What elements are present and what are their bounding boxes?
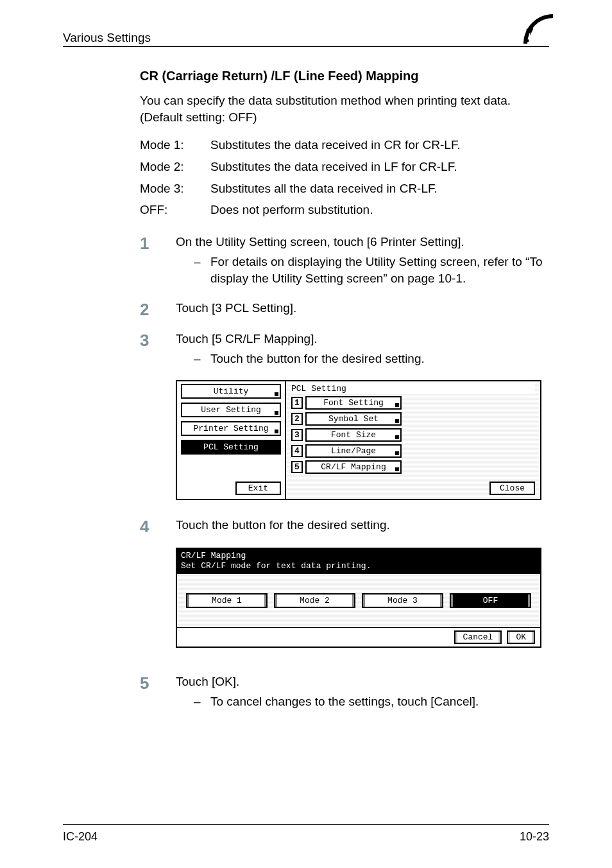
crlf-mapping-button[interactable]: CR/LF Mapping [305, 460, 402, 474]
panel2-subtitle: Set CR/LF mode for text data printing. [181, 561, 536, 571]
footer-model: IC-204 [63, 830, 98, 844]
step-1: 1 On the Utility Setting screen, touch [… [140, 234, 549, 287]
step-subtext: Touch the button for the desired setting… [210, 351, 549, 367]
page-footer: IC-204 10-23 [63, 824, 549, 844]
step-4: 4 Touch the button for the desired setti… [140, 517, 549, 535]
close-button[interactable]: Close [489, 482, 535, 495]
off-button-selected[interactable]: OFF [450, 593, 531, 608]
breadcrumb-pcl-setting-selected[interactable]: PCL Setting [181, 440, 281, 455]
font-size-button[interactable]: Font Size [305, 428, 402, 442]
step-5: 5 Touch [OK]. – To cancel changes to the… [140, 673, 549, 710]
option-number: 5 [291, 461, 303, 473]
bullet-dash: – [194, 351, 210, 367]
footer-page-number: 10-23 [520, 830, 549, 844]
option-number: 4 [291, 445, 303, 457]
option-number: 2 [291, 413, 303, 425]
breadcrumb-utility[interactable]: Utility [181, 384, 281, 399]
step-3: 3 Touch [5 CR/LF Mapping]. – Touch the b… [140, 331, 549, 367]
exit-button[interactable]: Exit [235, 482, 281, 495]
line-page-button[interactable]: Line/Page [305, 444, 402, 458]
section-title: CR (Carriage Return) /LF (Line Feed) Map… [140, 69, 549, 83]
mode3-button[interactable]: Mode 3 [362, 593, 443, 608]
bullet-dash: – [194, 254, 210, 286]
crlf-mapping-screenshot: CR/LF Mapping Set CR/LF mode for text da… [176, 548, 541, 648]
mode1-button[interactable]: Mode 1 [186, 593, 268, 608]
step-number: 5 [140, 673, 176, 691]
mode-definitions: Mode 1: Substitutes the data received in… [140, 137, 549, 218]
option-number: 1 [291, 397, 303, 409]
panel-title: PCL Setting [291, 384, 535, 394]
option-number: 3 [291, 429, 303, 441]
corner-decor-icon [523, 14, 553, 44]
mode-desc: Substitutes all the data received in CR-… [210, 180, 438, 197]
breadcrumb-printer-setting[interactable]: Printer Setting [181, 421, 281, 436]
mode-desc: Substitutes the data received in CR for … [210, 137, 461, 153]
step-text: Touch [OK]. [176, 673, 549, 690]
font-setting-button[interactable]: Font Setting [305, 396, 402, 410]
page-header: Various Settings 10 [63, 23, 549, 47]
step-text: Touch the button for the desired setting… [176, 517, 549, 534]
step-number: 4 [140, 517, 176, 535]
breadcrumb-user-setting[interactable]: User Setting [181, 403, 281, 417]
symbol-set-button[interactable]: Symbol Set [305, 412, 402, 426]
header-section-title: Various Settings [63, 31, 151, 45]
step-number: 3 [140, 331, 176, 349]
step-text: Touch [3 PCL Setting]. [176, 300, 549, 317]
cancel-button[interactable]: Cancel [454, 630, 502, 644]
step-2: 2 Touch [3 PCL Setting]. [140, 300, 549, 318]
mode2-button[interactable]: Mode 2 [274, 593, 355, 608]
intro-paragraph: You can specify the data substitution me… [140, 92, 549, 125]
step-text: Touch [5 CR/LF Mapping]. [176, 331, 549, 347]
pcl-setting-screenshot: Utility User Setting Printer Setting PCL… [176, 380, 541, 500]
panel2-title: CR/LF Mapping [181, 551, 536, 561]
mode-label: Mode 3: [140, 180, 210, 197]
step-number: 2 [140, 300, 176, 318]
mode-label: OFF: [140, 202, 210, 218]
mode-label: Mode 1: [140, 137, 210, 153]
mode-desc: Substitutes the data received in LF for … [210, 159, 457, 175]
ok-button[interactable]: OK [507, 630, 535, 644]
step-subtext: For details on displaying the Utility Se… [210, 254, 549, 286]
step-number: 1 [140, 234, 176, 252]
mode-label: Mode 2: [140, 159, 210, 175]
mode-desc: Does not perform substitution. [210, 202, 373, 218]
bullet-dash: – [194, 693, 210, 710]
step-text: On the Utility Setting screen, touch [6 … [176, 234, 549, 250]
step-subtext: To cancel changes to the settings, touch… [210, 693, 549, 710]
